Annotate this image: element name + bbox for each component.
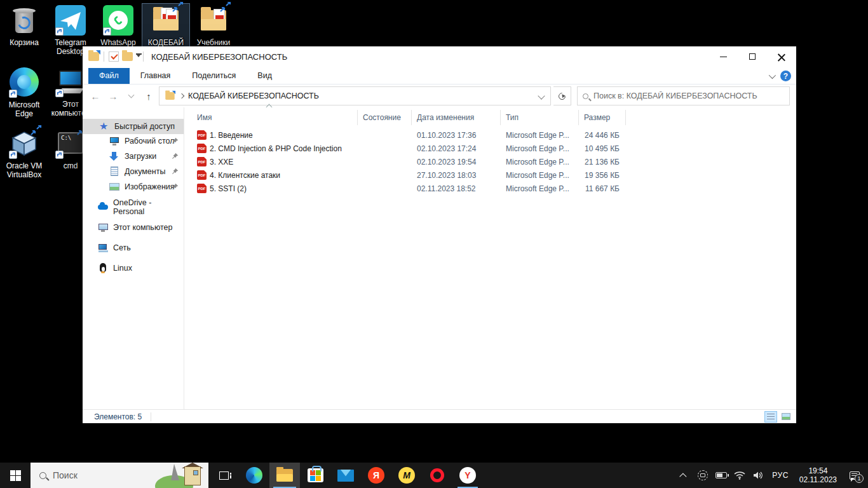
thumbnails-view-button[interactable] [780,411,792,423]
tab-share[interactable]: Поделиться [181,68,247,84]
volume-tray-button[interactable] [751,466,765,484]
close-button[interactable] [767,46,796,67]
qat-customize-button[interactable] [136,53,142,60]
action-center-button[interactable]: 1 [845,466,864,484]
sidebar-item-this-pc[interactable]: Этот компьютер [83,220,184,235]
taskbar-yandex-button[interactable]: Я [361,463,391,488]
forward-button[interactable]: → [105,88,121,104]
task-view-button[interactable] [208,463,239,488]
telegram-icon [55,5,86,36]
taskbar-clock[interactable]: 19:54 02.11.2023 [796,466,841,484]
desktop-icon-edge[interactable]: Microsoft Edge [0,65,48,119]
desktop-icon-kodebay[interactable]: КОДЕБАЙ [142,3,190,48]
linux-penguin-icon [98,263,108,273]
tab-home[interactable]: Главная [130,68,182,84]
sidebar-item-pictures[interactable]: Изображения [83,179,184,194]
wifi-tray-button[interactable] [733,466,747,484]
sidebar-item-label: Сеть [113,243,131,252]
back-button[interactable]: ← [88,88,103,104]
yandex-icon: Я [368,467,384,484]
taskbar-store-button[interactable] [300,463,330,488]
file-row[interactable]: PDF2. CMD Injection & PHP Code Injection… [184,142,796,155]
task-view-icon [219,471,229,480]
file-list-pane: Имя Состояние Дата изменения Тип Размер … [184,107,796,409]
sidebar-item-network[interactable]: Сеть [83,240,184,255]
address-bar[interactable]: КОДЕБАЙ КИБЕРБЕЗОПАСНОСТЬ [159,86,551,105]
details-view-button[interactable] [764,411,777,423]
start-button[interactable] [0,463,31,488]
refresh-button[interactable] [553,86,571,105]
file-row[interactable]: PDF5. SSTI (2) 02.11.2023 18:52 Microsof… [184,182,796,195]
taskbar-mail-button[interactable] [330,463,361,488]
file-row[interactable]: PDF3. XXE 02.10.2023 19:54 Microsoft Edg… [184,155,796,168]
column-header-name[interactable]: Имя [184,110,358,125]
desktop-icon-virtualbox[interactable]: Oracle VM VirtualBox [0,127,48,180]
tab-view[interactable]: Вид [247,68,283,84]
pin-icon[interactable] [172,152,179,159]
address-folder-icon [165,92,174,100]
device-icon [698,470,708,480]
recycle-bin-icon [9,5,39,36]
sidebar-item-quick-access[interactable]: ★ Быстрый доступ [83,119,184,134]
battery-icon [715,472,727,478]
sidebar-item-documents[interactable]: Документы [83,164,184,179]
hidden-icons-button[interactable] [677,466,691,484]
desktop-icon-label: КОДЕБАЙ [142,38,189,47]
column-header-size[interactable]: Размер [579,110,626,125]
pin-icon[interactable] [172,168,179,175]
help-button[interactable]: ? [780,71,791,81]
file-size: 19 356 КБ [579,171,626,180]
file-row[interactable]: PDF1. Введение 01.10.2023 17:36 Microsof… [184,128,796,142]
column-header-modified[interactable]: Дата изменения [412,110,501,125]
explorer-window: КОДЕБАЙ КИБЕРБЕЗОПАСНОСТЬ Файл Главная П… [83,46,796,423]
file-row[interactable]: PDF4. Клиентские атаки 27.10.2023 18:03 … [184,168,796,182]
search-input[interactable] [593,92,784,100]
recent-locations-button[interactable] [123,88,139,104]
taskbar-search[interactable] [31,463,208,488]
tab-file[interactable]: Файл [88,68,130,84]
maximize-button[interactable] [738,46,767,67]
edge-icon [246,467,262,484]
device-tray-button[interactable] [696,466,710,484]
file-type: Microsoft Edge P... [501,158,579,166]
sidebar-item-onedrive[interactable]: OneDrive - Personal [83,200,184,215]
desktop-icon-whatsapp[interactable]: WhatsApp [94,4,142,48]
pdf-file-icon: PDF [197,170,207,180]
pin-icon[interactable] [172,137,179,144]
mail-icon [337,470,354,482]
shortcut-arrow-icon [55,151,64,159]
window-controls [709,46,796,67]
pdf-file-icon: PDF [197,130,207,140]
taskbar-opera-button[interactable] [422,463,452,488]
sidebar-item-downloads[interactable]: Загрузки [83,149,184,164]
file-size: 11 667 КБ [579,184,626,193]
expand-ribbon-icon[interactable] [769,71,776,78]
desktop-icon-uchebniki[interactable]: Учебники [189,4,238,48]
column-header-status[interactable]: Состояние [358,110,412,125]
language-indicator[interactable]: РУС [770,471,791,480]
taskbar-edge-button[interactable] [239,463,269,488]
address-dropdown-icon[interactable] [539,93,544,98]
search-box[interactable] [577,86,790,105]
shortcut-arrow-icon [103,27,111,36]
pin-icon[interactable] [172,183,179,190]
battery-tray-button[interactable] [714,466,728,484]
sidebar-item-linux[interactable]: Linux [83,261,184,276]
sidebar-item-label: OneDrive - Personal [113,198,184,216]
pdf-folder-icon [198,5,229,36]
desktop-monitor-icon [109,136,119,146]
minimize-button[interactable] [709,46,738,67]
taskbar-yandex-browser-button[interactable]: Y [452,463,483,488]
new-folder-button[interactable] [122,52,133,61]
up-button[interactable]: ↑ [141,88,156,104]
this-pc-icon [98,222,108,233]
taskbar-m-service-button[interactable]: M [391,463,422,488]
column-header-type[interactable]: Тип [501,110,579,125]
file-explorer-icon [276,469,293,482]
file-name: 3. XXE [210,158,233,166]
file-size: 24 446 КБ [579,131,626,140]
sidebar-item-desktop[interactable]: Рабочий стол [83,133,184,149]
properties-button[interactable] [109,51,119,62]
desktop-icon-recycle-bin[interactable]: Корзина [0,4,48,48]
taskbar-explorer-button[interactable] [269,463,300,488]
